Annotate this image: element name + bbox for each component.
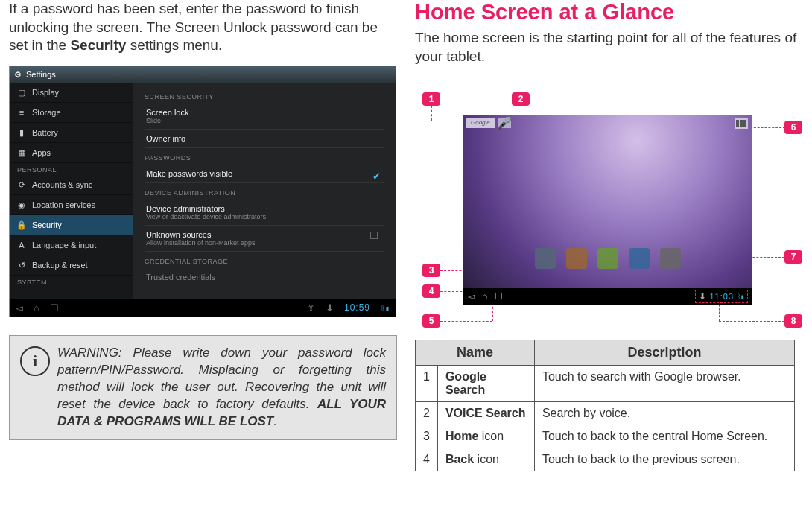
- app-icon[interactable]: [629, 248, 650, 269]
- status-icons: ᛒ▮: [737, 293, 744, 300]
- intro-paragraph: If a password has been set, enter the pa…: [9, 0, 397, 55]
- row-trusted-cred[interactable]: Trusted credentials: [145, 268, 384, 286]
- recent-icon[interactable]: ☐: [495, 291, 503, 302]
- notif-icon: ⬇: [699, 291, 706, 302]
- section-passwords: PASSWORDS: [145, 154, 384, 162]
- callout-8: 8: [784, 314, 802, 328]
- upload-icon: ⇪: [307, 302, 315, 314]
- col-desc: Description: [534, 340, 794, 366]
- sidebar-item-backup[interactable]: ↺Backup & reset: [10, 255, 133, 276]
- settings-screenshot: ⚙ Settings ▢Display ≡Storage ▮Battery ▦A…: [9, 66, 396, 317]
- app-drawer-icon[interactable]: [735, 118, 748, 129]
- info-icon: i: [20, 346, 50, 376]
- wallpaper: Google 🎤: [463, 115, 752, 288]
- row-device-admin[interactable]: Device administratorsView or deactivate …: [145, 200, 384, 226]
- home-icon[interactable]: ⌂: [34, 302, 39, 314]
- app-icon[interactable]: [535, 248, 556, 269]
- app-icon[interactable]: [660, 248, 681, 269]
- callout-5: 5: [422, 314, 440, 328]
- home-icon[interactable]: ⌂: [482, 291, 487, 302]
- sidebar-item-storage[interactable]: ≡Storage: [10, 103, 133, 123]
- back-icon[interactable]: ◅: [468, 291, 475, 302]
- gear-icon: ⚙: [14, 70, 22, 80]
- battery-icon: ▮: [17, 128, 26, 137]
- lock-icon: 🔒: [17, 220, 26, 229]
- android-nav-bar: ◅ ⌂ ☐ ⇪ ⬇ 10:59 ᛒ▮: [10, 299, 396, 317]
- dock: [535, 248, 681, 269]
- check-icon: ✔: [372, 171, 381, 182]
- section-credential: CREDENTIAL STORAGE: [145, 258, 384, 265]
- sidebar-item-language[interactable]: ALanguage & input: [10, 235, 133, 255]
- sidebar-item-security[interactable]: 🔒Security: [10, 215, 133, 235]
- app-icon[interactable]: [566, 248, 587, 269]
- home-screen-diagram: 1 2 6 7 3 4 5 8 Google 🎤: [415, 85, 802, 331]
- settings-sidebar: ▢Display ≡Storage ▮Battery ▦Apps PERSONA…: [10, 83, 133, 300]
- sidebar-item-battery[interactable]: ▮Battery: [10, 123, 133, 143]
- checkbox-icon: [370, 232, 378, 239]
- row-owner-info[interactable]: Owner info: [145, 130, 384, 148]
- table-row: 2 VOICE Search Search by voice.: [416, 402, 795, 425]
- row-passwords-visible[interactable]: Make passwords visible✔: [145, 165, 384, 183]
- voice-search-icon[interactable]: 🎤: [498, 118, 511, 128]
- sidebar-item-location[interactable]: ◉Location services: [10, 195, 133, 215]
- google-search-widget[interactable]: Google: [466, 118, 495, 128]
- section-system: SYSTEM: [10, 276, 133, 287]
- row-screen-lock[interactable]: Screen lockSlide: [145, 104, 384, 130]
- feature-table: Name Description 1 Google Search Touch t…: [415, 340, 795, 471]
- recent-icon[interactable]: ☐: [50, 302, 59, 314]
- backup-icon: ↺: [17, 261, 26, 270]
- settings-titlebar: ⚙ Settings: [10, 66, 396, 83]
- bluetooth-icon: ᛒ▮: [381, 304, 390, 312]
- table-header-row: Name Description: [416, 340, 795, 366]
- sidebar-item-accounts[interactable]: ⟳Accounts & sync: [10, 175, 133, 195]
- callout-6: 6: [784, 121, 802, 134]
- sidebar-item-apps[interactable]: ▦Apps: [10, 143, 133, 163]
- callout-1: 1: [422, 92, 440, 106]
- warning-box: i WARNING: Please write down your passwo…: [9, 335, 397, 440]
- status-cluster: ⬇ 11:03 ᛒ▮: [695, 290, 748, 303]
- tablet-screenshot: Google 🎤 ◅ ⌂ ☐ ⬇ 11:03: [463, 115, 752, 305]
- location-icon: ◉: [17, 200, 26, 209]
- page-title: Home Screen at a Glance: [415, 0, 803, 25]
- warning-text: WARNING: Please write down your password…: [57, 345, 386, 430]
- clock-text: 10:59: [344, 302, 370, 313]
- storage-icon: ≡: [17, 108, 26, 117]
- language-icon: A: [17, 241, 26, 249]
- settings-title: Settings: [26, 70, 56, 79]
- col-name: Name: [416, 340, 535, 366]
- clock-text: 11:03: [709, 292, 734, 301]
- sidebar-item-display[interactable]: ▢Display: [10, 83, 133, 103]
- callout-2: 2: [512, 92, 530, 106]
- table-row: 3 Home icon Touch to back to the central…: [416, 425, 795, 448]
- app-icon[interactable]: [597, 248, 618, 269]
- callout-7: 7: [784, 250, 802, 264]
- settings-pane: SCREEN SECURITY Screen lockSlide Owner i…: [133, 83, 396, 300]
- section-intro: The home screen is the starting point fo…: [415, 29, 803, 66]
- display-icon: ▢: [17, 88, 26, 97]
- section-screen-security: SCREEN SECURITY: [145, 93, 384, 101]
- download-icon: ⬇: [326, 302, 334, 314]
- section-device-admin: DEVICE ADMINISTRATION: [145, 189, 384, 197]
- table-row: 4 Back icon Touch to back to the previou…: [416, 448, 795, 471]
- sync-icon: ⟳: [17, 180, 26, 189]
- row-unknown-sources[interactable]: Unknown sourcesAllow installation of non…: [145, 226, 384, 252]
- section-personal: PERSONAL: [10, 163, 133, 175]
- apps-icon: ▦: [17, 148, 26, 157]
- callout-3: 3: [422, 264, 440, 277]
- tablet-nav-bar: ◅ ⌂ ☐ ⬇ 11:03 ᛒ▮: [463, 288, 752, 305]
- callout-4: 4: [422, 284, 440, 298]
- back-icon[interactable]: ◅: [16, 302, 23, 314]
- table-row: 1 Google Search Touch to search with Goo…: [416, 366, 795, 402]
